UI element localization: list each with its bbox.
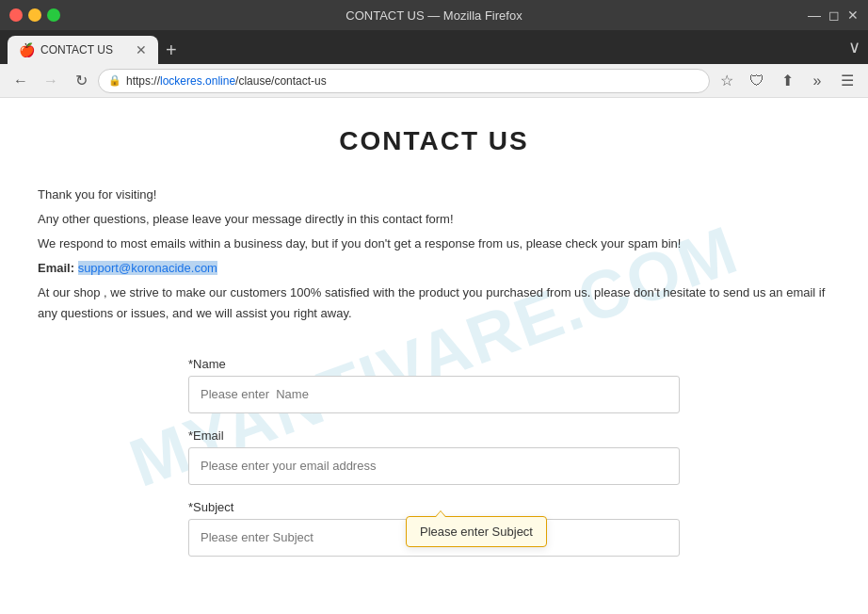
- email-label: *Email: [188, 428, 680, 443]
- subject-tooltip: Please enter Subject: [406, 516, 547, 547]
- url-display: https://lockeres.online/clause/contact-u…: [126, 74, 327, 88]
- close-button[interactable]: [9, 8, 23, 22]
- tab-title: CONTACT US: [40, 43, 130, 57]
- page-title: CONTACT US: [0, 126, 868, 156]
- email-input[interactable]: [188, 447, 680, 485]
- page-title-section: CONTACT US: [0, 117, 868, 175]
- window-controls-right[interactable]: — ◻ ✕: [808, 8, 859, 23]
- tab-favicon: 🍎: [19, 42, 35, 57]
- url-path: /clause/contact-us: [235, 74, 327, 88]
- back-button[interactable]: ←: [8, 68, 34, 94]
- intro-paragraph-3: We respond to most emails within a busin…: [38, 234, 830, 254]
- page-inner: CONTACT US Thank you for visiting! Any o…: [0, 117, 868, 590]
- page-container: MYANTIVARE.COM CONTACT US Thank you for …: [0, 98, 868, 614]
- minimize-button[interactable]: [28, 8, 41, 22]
- name-input[interactable]: [188, 376, 680, 413]
- tab-close-button[interactable]: ✕: [136, 42, 147, 57]
- tabs-bar: 🍎 CONTACT US ✕ + ∨: [0, 30, 868, 64]
- content-section: Thank you for visiting! Any other questi…: [0, 175, 868, 338]
- restore-icon[interactable]: ◻: [828, 8, 840, 23]
- name-form-group: *Name: [188, 357, 680, 413]
- new-tab-button[interactable]: +: [166, 36, 177, 64]
- page-content: CONTACT US Thank you for visiting! Any o…: [0, 98, 868, 614]
- intro-paragraph-1: Thank you for visiting!: [38, 185, 830, 205]
- subject-form-group: *Subject Please enter Subject: [188, 500, 680, 557]
- url-scheme: https://: [126, 74, 160, 88]
- shield-button[interactable]: 🛡: [744, 68, 770, 94]
- contact-form: *Name *Email *Subject Please enter Subje…: [0, 338, 868, 590]
- security-lock-icon: 🔒: [108, 74, 121, 87]
- extensions-button[interactable]: »: [804, 68, 830, 94]
- tabs-overflow-button[interactable]: ∨: [848, 37, 860, 57]
- menu-button[interactable]: ☰: [834, 68, 860, 94]
- bookmark-button[interactable]: ☆: [714, 68, 740, 94]
- active-tab[interactable]: 🍎 CONTACT US ✕: [8, 36, 158, 64]
- window-controls[interactable]: [9, 8, 60, 22]
- name-label: *Name: [188, 357, 680, 371]
- maximize-button[interactable]: [47, 8, 60, 22]
- window-title: CONTACT US — Mozilla Firefox: [346, 8, 522, 23]
- forward-button[interactable]: →: [38, 68, 64, 94]
- minimize-icon[interactable]: —: [808, 8, 821, 23]
- nav-right-buttons: ☆ 🛡 ⬆ » ☰: [714, 68, 860, 94]
- title-bar: CONTACT US — Mozilla Firefox — ◻ ✕: [0, 0, 868, 30]
- close-icon[interactable]: ✕: [847, 8, 859, 23]
- email-paragraph: Email: support@koronacide.com: [38, 258, 830, 279]
- share-button[interactable]: ⬆: [774, 68, 800, 94]
- email-link[interactable]: support@koronacide.com: [78, 261, 217, 275]
- email-form-group: *Email: [188, 428, 680, 485]
- navigation-bar: ← → ↻ 🔒 https://lockeres.online/clause/c…: [0, 64, 868, 98]
- browser-window: CONTACT US — Mozilla Firefox — ◻ ✕ 🍎 CON…: [0, 0, 868, 614]
- email-label-text: Email:: [38, 261, 78, 275]
- url-host: lockeres.online: [160, 74, 235, 88]
- intro-paragraph-2: Any other questions, please leave your m…: [38, 209, 830, 230]
- subject-label: *Subject: [188, 500, 680, 514]
- closing-paragraph: At our shop , we strive to make our cust…: [38, 283, 830, 324]
- address-bar[interactable]: 🔒 https://lockeres.online/clause/contact…: [98, 69, 710, 93]
- reload-button[interactable]: ↻: [68, 68, 94, 94]
